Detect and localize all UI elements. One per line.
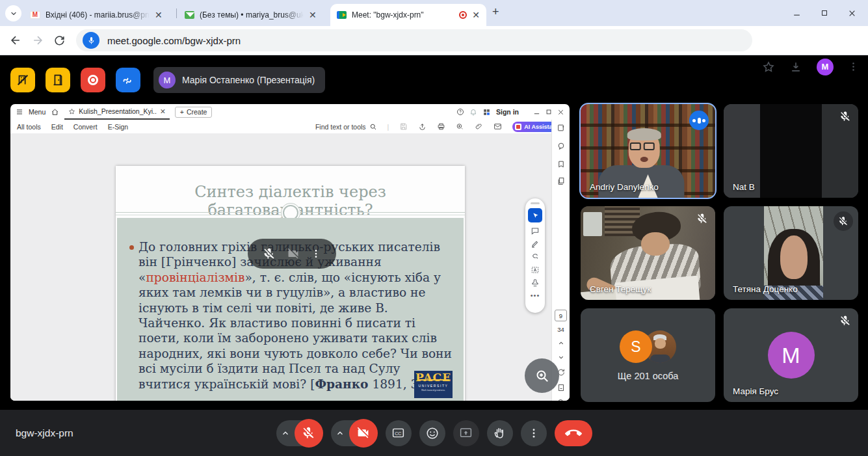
- tab-close-icon[interactable]: ✕: [309, 10, 317, 20]
- stamp-add-icon: [456, 122, 464, 131]
- site-mic-permission-icon[interactable]: [83, 32, 99, 49]
- tab-recording-icon: [459, 11, 467, 19]
- zoom-in-icon: [557, 398, 565, 401]
- meet-icon: [337, 11, 347, 19]
- presenter-pill[interactable]: M Марія Остапенко (Презентація): [153, 67, 325, 93]
- window-controls: [793, 0, 856, 26]
- presenter-label: Марія Остапенко (Презентація): [182, 75, 315, 85]
- acrobat-right-rail: 9 34: [551, 120, 570, 401]
- more-options-button[interactable]: [521, 420, 547, 446]
- download-icon[interactable]: [789, 60, 802, 74]
- tool-all-tools: All tools: [17, 123, 41, 131]
- tab-close-icon[interactable]: ✕: [472, 10, 480, 20]
- gen-summary-icon: [557, 124, 565, 132]
- tile-more-options-icon[interactable]: [311, 248, 321, 259]
- participant-tile-yevhen[interactable]: Євген Терещук: [581, 206, 715, 300]
- bookmark-star-icon[interactable]: [762, 60, 775, 74]
- door-icon[interactable]: [46, 68, 70, 92]
- browser-address-bar: meet.google.com/bgw-xjdx-prn M: [0, 26, 868, 55]
- acrobat-doc-tab: Kulish_Presentation_Kyi.. ✕: [64, 104, 169, 120]
- mic-off-icon: [834, 211, 853, 231]
- reload-icon[interactable]: [53, 34, 66, 47]
- comments-panel-icon: [557, 142, 565, 150]
- call-bar: bgw-xjdx-prn CC: [0, 410, 868, 456]
- captions-button[interactable]: CC: [386, 420, 412, 446]
- mail-icon: [185, 11, 194, 19]
- maximize-icon[interactable]: [821, 9, 828, 17]
- mic-off-button[interactable]: [295, 419, 323, 448]
- present-screen-button[interactable]: [453, 420, 479, 446]
- comment-tool-icon: [531, 226, 540, 235]
- browser-tab-gmail[interactable]: M Вхідні (406) - mariia.brus@pnu.. ✕: [23, 4, 174, 26]
- forward-icon[interactable]: [31, 34, 44, 47]
- mic-off-icon: [302, 426, 315, 440]
- participant-tile-natb[interactable]: Nat B: [724, 104, 858, 198]
- mic-options-chevron-icon[interactable]: [276, 419, 295, 448]
- cam-options-chevron-icon[interactable]: [331, 419, 349, 448]
- recording-indicator-icon[interactable]: [81, 68, 105, 92]
- cam-control-group: [331, 419, 378, 448]
- back-icon[interactable]: [9, 34, 22, 47]
- mic-off-icon: [696, 213, 708, 224]
- stamp-tool-icon: [531, 278, 540, 288]
- participant-tile-maria[interactable]: M Марія Брус: [724, 308, 858, 402]
- browser-tab-meet-active[interactable]: Meet: "bgw-xjdx-prn" ✕: [330, 4, 486, 26]
- participant-tile-tetyana[interactable]: Тетяна Доценко: [724, 206, 858, 300]
- raise-hand-icon: [493, 426, 506, 440]
- more-tools-icon: •••: [531, 291, 540, 299]
- browser-tab-strip: M Вхідні (406) - mariia.brus@pnu.. ✕ (Бе…: [0, 0, 868, 26]
- new-tab-button[interactable]: +: [492, 6, 499, 18]
- browser-menu-icon[interactable]: [848, 61, 859, 72]
- tool-convert: Convert: [73, 123, 98, 131]
- participant-name: Andriy Danylenko: [590, 182, 659, 192]
- save-icon: [399, 122, 408, 131]
- speaking-indicator-icon: [689, 111, 709, 130]
- mic-off-icon[interactable]: [263, 247, 276, 260]
- close-icon[interactable]: [848, 9, 856, 18]
- doc-tab-title: Kulish_Presentation_Kyi..: [79, 107, 157, 115]
- apps-grid-icon: [482, 108, 491, 116]
- end-call-button[interactable]: [555, 420, 592, 446]
- pages-panel-icon: [557, 177, 565, 185]
- print-icon: [437, 122, 445, 131]
- share-icon: [418, 122, 427, 131]
- raise-hand-button[interactable]: [487, 420, 513, 446]
- building-slash-icon[interactable]: [10, 68, 35, 92]
- participant-tile-andriy[interactable]: Andriy Danylenko: [581, 104, 715, 198]
- captions-icon: CC: [391, 426, 405, 440]
- participant-name: Євген Терещук: [590, 284, 651, 294]
- cam-off-icon[interactable]: [287, 247, 300, 260]
- zoom-shared-screen-button[interactable]: [525, 358, 559, 393]
- tab-close-icon[interactable]: ✕: [155, 10, 163, 20]
- ai-assistant-icon: [515, 124, 521, 130]
- gmail-icon: M: [30, 11, 40, 19]
- minimize-icon[interactable]: [793, 9, 801, 18]
- acrobat-toolbar: All tools Edit Convert E-Sign Find text …: [10, 120, 570, 133]
- cursor-icon: [532, 212, 539, 219]
- reactions-button[interactable]: [419, 420, 445, 446]
- pace-university-logo: PACE UNIVERSITY Work toward greatness.: [414, 371, 453, 398]
- scribble-icon[interactable]: [116, 68, 140, 92]
- mic-off-icon: [839, 111, 851, 122]
- acrobat-menu-label: Menu: [29, 108, 46, 116]
- participant-name: Nat B: [733, 182, 755, 192]
- tab-search-chevron-icon[interactable]: [5, 5, 21, 21]
- create-button: + Create: [175, 107, 213, 118]
- next-page-icon: [557, 354, 564, 361]
- acrobat-close-icon: [557, 109, 564, 116]
- overflow-avatars: S: [581, 330, 715, 363]
- home-icon: [51, 108, 59, 116]
- link-icon: [475, 122, 483, 131]
- cam-off-button[interactable]: [349, 419, 378, 448]
- presenter-avatar: M: [159, 72, 176, 88]
- current-page-field: 9: [555, 310, 567, 321]
- url-bar[interactable]: meet.google.com/bgw-xjdx-prn: [76, 29, 752, 51]
- tab-title: Meet: "bgw-xjdx-prn": [352, 10, 454, 20]
- svg-text:CC: CC: [395, 431, 401, 436]
- participant-name: Тетяна Доценко: [733, 284, 798, 294]
- screen: M Вхідні (406) - mariia.brus@pnu.. ✕ (Бе…: [0, 0, 868, 456]
- profile-avatar[interactable]: M: [817, 59, 834, 75]
- participant-tile-overflow[interactable]: S Ще 201 особа: [581, 308, 715, 402]
- mic-off-icon: [839, 315, 851, 327]
- browser-tab-mail[interactable]: (Без темы) • mariya_brus@ukr.n ✕: [178, 4, 328, 26]
